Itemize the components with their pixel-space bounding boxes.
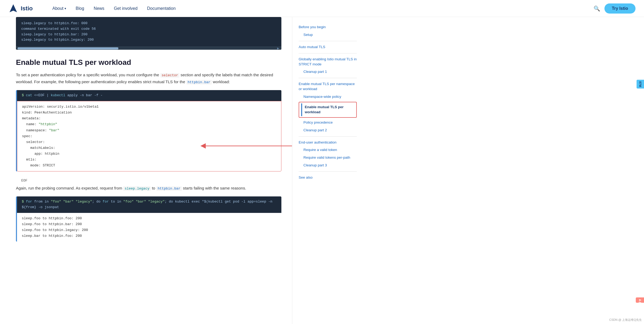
yaml-line-3: metadata: <box>22 116 276 121</box>
top-code-text: sleep.legacy to httpbin.foo: 000 command… <box>21 21 276 43</box>
toc-cleanup-part2[interactable]: Cleanup part 2 <box>299 127 357 134</box>
logo-icon <box>8 4 18 13</box>
svg-marker-0 <box>10 4 17 12</box>
toc-divider-1 <box>299 41 357 41</box>
section-para2: Again, run the probing command. As expec… <box>16 185 281 192</box>
cat-command: cat <box>26 93 32 97</box>
toc-enable-per-workload[interactable]: Enable mutual TLS per workload <box>301 103 354 116</box>
yaml-line-7: selector: <box>22 139 276 145</box>
output-line-2: sleep.foo to httpbin.bar: 200 <box>22 221 277 227</box>
nav-get-involved[interactable]: Get involved <box>110 4 141 13</box>
nav-links: About ▾ Blog News Get involved Documenta… <box>49 4 593 13</box>
output-line-4: sleep.bar to httpbin.foo: 200 <box>22 233 277 239</box>
toc-require-valid-tokens-path[interactable]: Require valid tokens per-path <box>299 154 357 162</box>
toc-globally-enabling[interactable]: Globally enabling Istio mutual TLS in ST… <box>299 56 357 68</box>
code-annotation-container: $ cat <<EOF | kubectl apply -n bar -f - … <box>16 90 281 185</box>
output-lines: sleep.foo to httpbin.foo: 200 sleep.foo … <box>17 213 281 242</box>
toc-divider-2 <box>299 53 357 53</box>
cmd2-line: $ for from in "foo" "bar" "legacy"; do f… <box>17 196 281 213</box>
toc-enable-per-ns[interactable]: Enable mutual TLS per namespace or workl… <box>299 80 357 93</box>
csdn-watermark: CSDN @ 上海运维Q先生 <box>609 318 642 322</box>
yaml-line-2: kind: PeerAuthentication <box>22 110 276 116</box>
section-para1: To set a peer authentication policy for … <box>16 71 281 85</box>
table-of-contents: Before you begin Setup Auto mutual TLS G… <box>292 17 361 324</box>
search-icon[interactable]: 🔍 <box>594 5 600 12</box>
toc-divider-3 <box>299 78 357 78</box>
toc-divider-4 <box>299 136 357 137</box>
nav-documentation[interactable]: Documentation <box>143 4 179 13</box>
yaml-code-block[interactable]: $ cat <<EOF | kubectl apply -n bar -f - … <box>16 90 281 171</box>
scrollbar-thumb[interactable] <box>18 47 118 49</box>
toc-setup[interactable]: Setup <box>299 31 357 39</box>
toc-cleanup-part1[interactable]: Cleanup part 1 <box>299 68 357 76</box>
toc-policy-precedence[interactable]: Policy precedence <box>299 119 357 127</box>
toc-namespace-wide[interactable]: Namespace-wide policy <box>299 93 357 101</box>
toc-divider-5 <box>299 171 357 172</box>
yaml-line-10: mtls: <box>22 157 276 163</box>
toc-see-also[interactable]: See also <box>299 174 357 182</box>
output-line-3: sleep.foo to httpbin.legacy: 200 <box>22 227 277 233</box>
bottom-code-block[interactable]: $ for from in "foo" "bar" "legacy"; do f… <box>16 196 281 242</box>
scroll-right-icon[interactable]: ▶ <box>277 47 280 50</box>
sleep-legacy-code: sleep.legacy <box>123 186 151 191</box>
yaml-line-5: namespace: "bar" <box>22 128 276 133</box>
yaml-body: apiVersion: security.istio.io/v1beta1 ki… <box>17 101 281 171</box>
kubectl-command: kubectl <box>51 93 65 97</box>
nav-blog[interactable]: Blog <box>72 4 88 13</box>
cmd-line: $ cat <<EOF | kubectl apply -n bar -f - <box>17 90 281 101</box>
toc-before-you-begin[interactable]: Before you begin <box>299 23 357 31</box>
yaml-line-6: spec: <box>22 133 276 139</box>
logo-link[interactable]: Istio <box>8 4 33 13</box>
yaml-line-1: apiVersion: security.istio.io/v1beta1 <box>22 104 276 110</box>
selector-code: selector <box>160 73 179 78</box>
httpbin-bar-code: httpbin.bar <box>186 80 212 85</box>
toc-auto-mutual-tls[interactable]: Auto mutual TLS <box>299 43 357 51</box>
try-istio-button[interactable]: Try Istio <box>604 3 636 14</box>
toc-cleanup-part3[interactable]: Cleanup part 3 <box>299 162 357 169</box>
httpbin-bar-code2: httpbin.bar <box>156 186 182 191</box>
logo-text: Istio <box>21 5 33 12</box>
navbar: Istio About ▾ Blog News Get involved Doc… <box>0 0 644 17</box>
top-code-block[interactable]: sleep.legacy to httpbin.foo: 000 command… <box>16 17 281 50</box>
output-line-1: sleep.foo to httpbin.foo: 200 <box>22 216 277 221</box>
yaml-line-11: mode: STRICT <box>22 163 276 169</box>
chevron-down-icon: ▾ <box>65 7 66 10</box>
page-layout: sleep.legacy to httpbin.foo: 000 command… <box>0 17 644 324</box>
toc-active-box: Enable mutual TLS per workload <box>299 102 357 118</box>
toc-end-user-auth[interactable]: End-user authentication <box>299 139 357 146</box>
yaml-line-4: name: "httpbin" <box>22 121 276 127</box>
kubectl-args: apply -n bar -f - <box>65 93 102 97</box>
float-badge-views[interactable]: 87M <box>637 80 644 89</box>
float-badge-translate[interactable]: 文A <box>636 297 644 303</box>
section-heading: Enable mutual TLS per workload <box>16 58 281 67</box>
eof-line: EOF <box>16 178 281 185</box>
dollar-sign: $ <box>22 93 26 97</box>
yaml-line-9: app: httpbin <box>22 151 276 157</box>
main-content: sleep.legacy to httpbin.foo: 000 command… <box>0 17 292 324</box>
nav-about[interactable]: About ▾ <box>49 4 70 13</box>
toc-require-valid-token[interactable]: Require a valid token <box>299 146 357 154</box>
cat-args: <<EOF | <box>32 93 51 97</box>
nav-news[interactable]: News <box>90 4 108 13</box>
yaml-line-8: matchLabels: <box>22 145 276 151</box>
scrollbar[interactable]: ▶ <box>16 47 281 50</box>
eof-text: EOF <box>21 179 27 183</box>
